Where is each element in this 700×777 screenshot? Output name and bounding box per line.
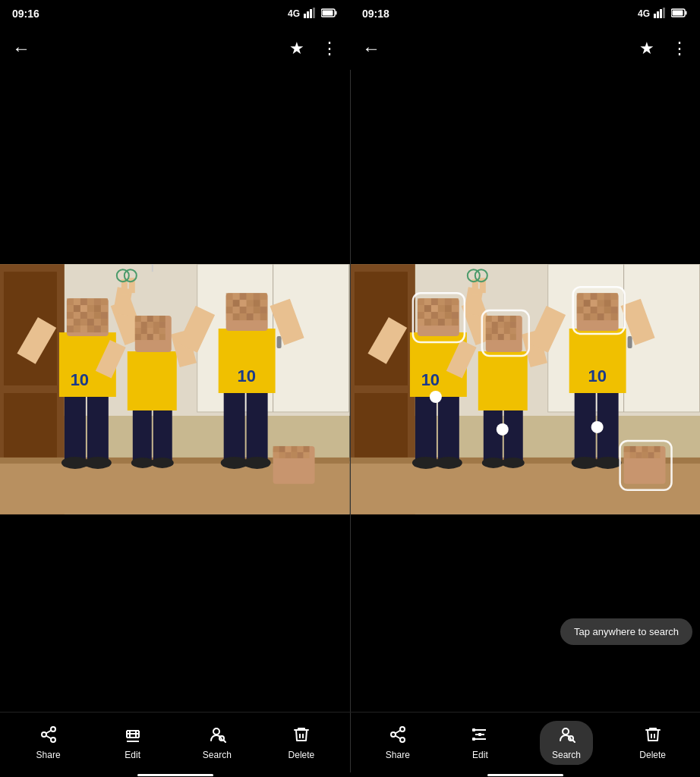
svg-point-214 xyxy=(481,458,504,468)
share-button-left[interactable]: Share xyxy=(26,725,71,760)
search-label-right: Search xyxy=(552,750,581,760)
delete-icon-left xyxy=(292,725,311,747)
svg-line-289 xyxy=(223,740,225,742)
menu-button-left[interactable]: ⋮ xyxy=(321,39,338,58)
share-label-right: Share xyxy=(386,750,410,760)
photo-panel-right[interactable]: 10 xyxy=(351,70,701,712)
svg-rect-84 xyxy=(153,328,159,334)
svg-rect-238 xyxy=(597,307,604,313)
svg-rect-209 xyxy=(485,334,491,340)
svg-rect-49 xyxy=(94,312,101,319)
svg-rect-58 xyxy=(74,326,80,332)
svg-rect-57 xyxy=(67,326,74,332)
svg-rect-169 xyxy=(424,305,430,312)
signal-right xyxy=(654,8,667,20)
bottom-indicator-right xyxy=(350,772,700,777)
svg-point-303 xyxy=(563,728,569,735)
svg-text:10: 10 xyxy=(588,366,606,385)
svg-rect-206 xyxy=(497,328,503,334)
svg-rect-129 xyxy=(285,446,292,452)
svg-rect-235 xyxy=(576,307,583,313)
svg-rect-234 xyxy=(610,300,617,307)
svg-point-275 xyxy=(42,732,46,737)
edit-button-left[interactable]: Edit xyxy=(110,725,156,760)
svg-rect-152 xyxy=(627,336,632,348)
svg-rect-205 xyxy=(491,328,497,334)
svg-rect-184 xyxy=(444,319,451,326)
svg-rect-34 xyxy=(74,298,80,305)
search-button-left[interactable]: Search xyxy=(194,725,240,760)
favorite-button-left[interactable]: ★ xyxy=(289,39,304,58)
svg-rect-185 xyxy=(451,319,458,326)
svg-rect-67 xyxy=(128,351,177,411)
svg-rect-239 xyxy=(604,307,610,313)
svg-point-293 xyxy=(391,732,396,737)
svg-rect-253 xyxy=(642,446,648,452)
svg-rect-251 xyxy=(629,446,635,452)
svg-rect-136 xyxy=(292,452,298,458)
svg-rect-55 xyxy=(94,319,101,326)
svg-rect-301 xyxy=(478,733,481,736)
svg-rect-52 xyxy=(74,319,80,326)
edit-label-right: Edit xyxy=(472,750,488,760)
svg-rect-118 xyxy=(226,313,233,320)
photo-panel-left[interactable]: 10 xyxy=(0,70,350,712)
svg-rect-179 xyxy=(451,312,458,319)
svg-rect-196 xyxy=(497,316,503,322)
svg-rect-46 xyxy=(74,312,80,319)
favorite-button-right[interactable]: ★ xyxy=(639,39,654,58)
svg-rect-189 xyxy=(503,408,522,461)
svg-text:10: 10 xyxy=(421,370,439,389)
delete-button-right[interactable]: Delete xyxy=(630,725,676,760)
svg-rect-210 xyxy=(491,334,497,340)
svg-point-215 xyxy=(501,458,524,468)
svg-rect-200 xyxy=(491,322,497,328)
search-button-right[interactable]: Search xyxy=(540,721,593,765)
svg-rect-202 xyxy=(503,322,509,328)
svg-point-187 xyxy=(434,457,462,469)
share-icon-left xyxy=(39,725,58,747)
svg-rect-85 xyxy=(159,328,166,334)
svg-rect-77 xyxy=(141,322,147,328)
svg-rect-212 xyxy=(503,334,509,340)
svg-rect-244 xyxy=(597,313,604,320)
svg-rect-88 xyxy=(147,334,153,340)
svg-rect-254 xyxy=(648,446,654,452)
svg-rect-61 xyxy=(94,326,101,332)
svg-rect-1 xyxy=(307,11,309,18)
svg-rect-155 xyxy=(415,393,436,461)
svg-rect-127 xyxy=(273,446,279,452)
svg-rect-23 xyxy=(152,264,153,272)
edit-button-right[interactable]: Edit xyxy=(457,725,503,760)
svg-point-294 xyxy=(400,738,405,742)
svg-rect-213 xyxy=(509,334,516,340)
svg-point-125 xyxy=(244,457,271,469)
svg-rect-130 xyxy=(292,446,298,452)
svg-rect-108 xyxy=(240,300,247,307)
time-right: 09:18 xyxy=(362,8,389,20)
svg-rect-6 xyxy=(323,10,333,15)
svg-rect-170 xyxy=(430,305,437,312)
svg-rect-78 xyxy=(147,322,153,328)
share-button-right[interactable]: Share xyxy=(375,725,421,760)
svg-rect-242 xyxy=(583,313,590,320)
back-button-left[interactable]: ← xyxy=(12,38,30,59)
menu-button-right[interactable]: ⋮ xyxy=(671,39,688,58)
svg-rect-82 xyxy=(141,328,147,334)
svg-rect-41 xyxy=(80,305,87,312)
svg-rect-173 xyxy=(451,305,458,312)
svg-rect-10 xyxy=(663,8,665,18)
svg-rect-204 xyxy=(485,328,491,334)
svg-rect-203 xyxy=(509,322,516,328)
svg-rect-241 xyxy=(576,313,583,320)
delete-button-left[interactable]: Delete xyxy=(279,725,324,760)
svg-rect-119 xyxy=(233,313,240,320)
search-person-icon-right xyxy=(557,725,575,747)
nav-bar-left: ← ★ ⋮ xyxy=(0,27,350,70)
svg-rect-40 xyxy=(74,305,80,312)
svg-rect-59 xyxy=(80,326,87,332)
svg-rect-50 xyxy=(101,312,108,319)
svg-point-270 xyxy=(496,423,508,436)
back-button-right[interactable]: ← xyxy=(362,38,380,59)
svg-rect-65 xyxy=(133,408,152,461)
